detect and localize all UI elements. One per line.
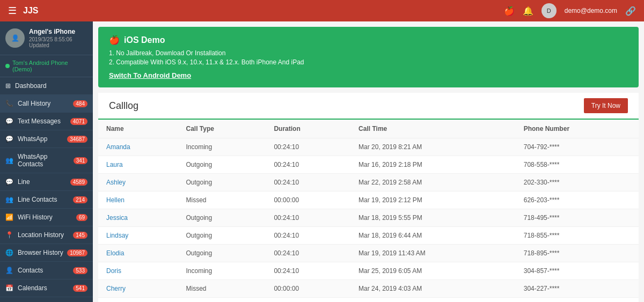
- cell-call-time: Mar 18, 2019 5:55 PM: [350, 209, 516, 227]
- table-row[interactable]: AmandaIncoming00:24:10Mar 20, 2019 8:21 …: [98, 138, 639, 156]
- sidebar-badge: 69: [76, 214, 87, 221]
- table-col-header: Call Type: [178, 120, 266, 138]
- sidebar-item-contacts[interactable]: 👤Contacts533: [0, 262, 93, 279]
- cell-call-type: Outgoing: [178, 245, 266, 262]
- table-row[interactable]: LindsayOutgoing00:24:10Mar 18, 2019 6:44…: [98, 227, 639, 245]
- sidebar-item-label: Call History: [18, 100, 50, 107]
- hamburger-icon[interactable]: ☰: [8, 5, 17, 17]
- cell-name: Hellen: [98, 191, 178, 209]
- calllog-title: Calllog: [109, 100, 138, 112]
- sidebar-item-label: Browser History: [18, 249, 63, 256]
- switch-android-link[interactable]: Switch To Android Demo: [109, 71, 191, 79]
- call-history-icon: 📞: [5, 100, 13, 107]
- table-row[interactable]: AshleyOutgoing00:24:10Mar 22, 2019 2:58 …: [98, 174, 639, 191]
- sidebar-item-left: 💬Line: [5, 178, 30, 186]
- sidebar-item-location-history[interactable]: 📍Location History145: [0, 226, 93, 244]
- table-row[interactable]: DorisIncoming00:24:10Mar 25, 2019 6:05 A…: [98, 262, 639, 280]
- cell-name: Elodia: [98, 245, 178, 262]
- sidebar-item-text-messages[interactable]: 💬Text Messages4071: [0, 113, 93, 130]
- cell-call-time: Mar 24, 2019 4:03 AM: [350, 280, 516, 298]
- cell-duration: 00:24:10: [266, 174, 350, 191]
- cell-call-type: Outgoing: [178, 298, 266, 303]
- sidebar-badge: 214: [73, 196, 87, 203]
- cell-phone: 304-227-****: [516, 280, 639, 298]
- sidebar-item-dashboard[interactable]: ⊞Dashboard: [0, 77, 93, 95]
- cell-call-type: Outgoing: [178, 174, 266, 191]
- sidebar-item-browser-history[interactable]: 🌐Browser History10987: [0, 244, 93, 262]
- calllog-table: NameCall TypeDurationCall TimePhone Numb…: [98, 120, 639, 302]
- calllog-table-wrapper: NameCall TypeDurationCall TimePhone Numb…: [98, 120, 639, 302]
- notification-icon[interactable]: 🔔: [523, 6, 533, 16]
- table-row[interactable]: HellenMissed00:00:00Mar 19, 2019 2:12 PM…: [98, 191, 639, 209]
- avatar: D: [541, 3, 557, 18]
- cell-call-type: Missed: [178, 280, 266, 298]
- apple-icon: 🍎: [109, 35, 120, 45]
- cell-phone: 718-895-****: [516, 245, 639, 262]
- ios-point: 2. Compatible With iOS 9.x, 10.x, 11.x &…: [109, 58, 628, 66]
- sidebar-item-notes[interactable]: 📝Notes573: [0, 297, 93, 302]
- sidebar-item-line-contacts[interactable]: 👥Line Contacts214: [0, 191, 93, 209]
- table-body: AmandaIncoming00:24:10Mar 20, 2019 8:21 …: [98, 138, 639, 303]
- sidebar-item-left: 👥WhatsApp Contacts: [5, 153, 74, 168]
- sidebar-item-whatsapp-contacts[interactable]: 👥WhatsApp Contacts341: [0, 148, 93, 173]
- share-icon[interactable]: 🔗: [625, 6, 636, 16]
- sidebar-badge: 341: [74, 157, 87, 164]
- sidebar-item-label: Contacts: [18, 267, 43, 274]
- device-item[interactable]: Tom's Android Phone (Demo): [0, 55, 93, 77]
- table-row[interactable]: ElodiaOutgoing00:24:10Mar 19, 2019 11:43…: [98, 245, 639, 262]
- calllog-header: Calllog Try It Now: [98, 93, 639, 120]
- cell-name: Ashley: [98, 174, 178, 191]
- whatsapp-icon: 💬: [5, 135, 13, 143]
- cell-duration: 00:24:10: [266, 245, 350, 262]
- browser-history-icon: 🌐: [5, 249, 13, 256]
- sidebar-item-left: 📅Calendars: [5, 284, 47, 292]
- sidebar-item-line[interactable]: 💬Line4589: [0, 173, 93, 191]
- cell-name: Jessica: [98, 209, 178, 227]
- user-name: Angel's iPhone: [29, 28, 87, 35]
- sidebar-item-whatsapp[interactable]: 💬WhatsApp34687: [0, 130, 93, 148]
- sidebar-item-label: Text Messages: [18, 117, 61, 125]
- table-row[interactable]: JessicaOutgoing00:24:10Mar 18, 2019 5:55…: [98, 209, 639, 227]
- sidebar-item-left: 📍Location History: [5, 231, 64, 239]
- cell-name: Doris: [98, 262, 178, 280]
- table-row[interactable]: CherryMissed00:00:00Mar 24, 2019 4:03 AM…: [98, 280, 639, 298]
- cell-call-type: Incoming: [178, 262, 266, 280]
- table-col-header: Name: [98, 120, 178, 138]
- sidebar-item-wifi-history[interactable]: 📶WiFi History69: [0, 209, 93, 226]
- line-icon: 💬: [5, 178, 13, 186]
- try-it-button[interactable]: Try It Now: [584, 98, 628, 113]
- sidebar-badge: 4071: [70, 118, 87, 125]
- contacts-icon: 👤: [5, 267, 13, 274]
- sidebar-user: 👤 Angel's iPhone 2019/3/25 8:55:06 Updat…: [0, 21, 93, 55]
- sidebar-badge: 34687: [67, 136, 87, 143]
- cell-call-type: Missed: [178, 191, 266, 209]
- app-logo: JJS: [23, 6, 38, 16]
- location-history-icon: 📍: [5, 231, 13, 239]
- apple-icon: 🍎: [504, 6, 515, 16]
- cell-phone: 704-792-****: [516, 138, 639, 156]
- header-right: 🍎 🔔 D demo@demo.com 🔗: [504, 3, 636, 18]
- table-row[interactable]: LauraOutgoing00:24:10Mar 16, 2019 2:18 P…: [98, 156, 639, 174]
- sidebar-item-label: Location History: [18, 231, 64, 239]
- cell-duration: 00:24:10: [266, 209, 350, 227]
- cell-duration: 00:24:10: [266, 138, 350, 156]
- sidebar-item-label: WiFi History: [18, 213, 53, 221]
- sidebar-item-call-history[interactable]: 📞Call History484: [0, 95, 93, 113]
- table-row[interactable]: LydiaOutgoing00:24:10Mar 19, 2019 7:47 A…: [98, 298, 639, 303]
- cell-call-type: Outgoing: [178, 209, 266, 227]
- sidebar-badge: 533: [73, 267, 87, 274]
- sidebar-item-calendars[interactable]: 📅Calendars541: [0, 279, 93, 297]
- cell-duration: 00:00:00: [266, 280, 350, 298]
- cell-phone: 718-855-****: [516, 227, 639, 245]
- cell-call-time: Mar 16, 2019 2:18 PM: [350, 156, 516, 174]
- sidebar-item-label: WhatsApp Contacts: [18, 153, 74, 168]
- cell-phone: 304-857-****: [516, 262, 639, 280]
- table-col-header: Phone Number: [516, 120, 639, 138]
- user-date: 2019/3/25 8:55:06 Updated: [29, 36, 87, 48]
- sidebar-badge: 541: [73, 285, 87, 292]
- sidebar-item-label: Line Contacts: [18, 196, 57, 203]
- cell-name: Lindsay: [98, 227, 178, 245]
- table-header-row: NameCall TypeDurationCall TimePhone Numb…: [98, 120, 639, 138]
- whatsapp-contacts-icon: 👥: [5, 157, 13, 164]
- cell-duration: 00:00:00: [266, 191, 350, 209]
